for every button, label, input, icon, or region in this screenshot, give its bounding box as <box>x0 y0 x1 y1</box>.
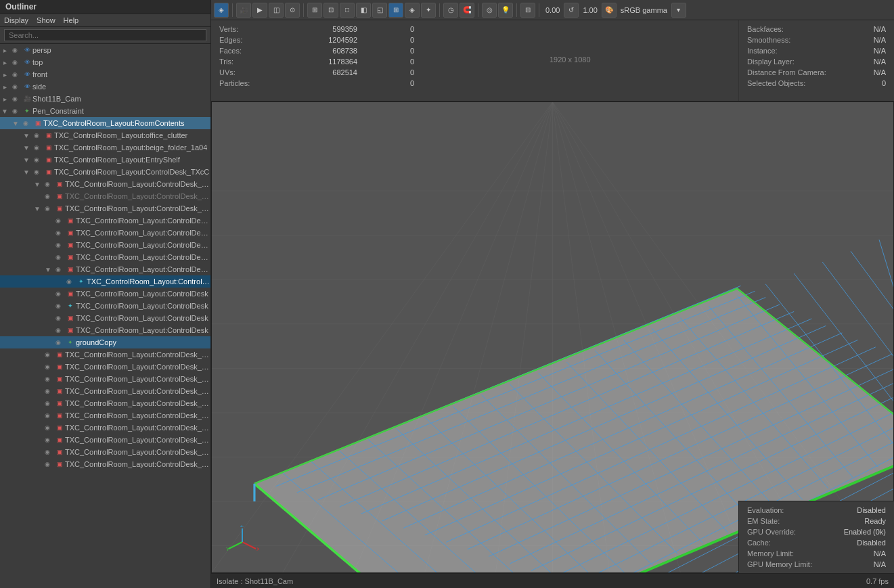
visibility-icon[interactable]: ◉ <box>53 242 64 248</box>
visibility-icon[interactable]: ◉ <box>42 193 53 200</box>
tree-item[interactable]: ◉▣TXC_ControlRoom_Layout:ControlDesk_TXc <box>0 422 210 434</box>
tree-expand-icon[interactable]: ▼ <box>22 156 31 164</box>
toolbar-light-btn[interactable]: 💡 <box>498 3 513 18</box>
tree-item[interactable]: ▸◉👁front <box>0 68 210 81</box>
visibility-icon[interactable]: ◉ <box>53 327 64 334</box>
visibility-icon[interactable]: ◉ <box>31 156 42 163</box>
visibility-icon[interactable]: ◉ <box>9 47 20 53</box>
visibility-icon[interactable]: ◉ <box>42 376 53 382</box>
tree-item[interactable]: ▼◉▣TXC_ControlRoom_Layout:beige_folder_1… <box>0 141 210 154</box>
visibility-icon[interactable]: ◉ <box>9 71 20 78</box>
visibility-icon[interactable]: ◉ <box>53 290 64 297</box>
tree-item[interactable]: ▸◉👁top <box>0 56 210 68</box>
toolbar-iso-btn[interactable]: ⊟ <box>520 3 535 18</box>
tree-item[interactable]: ▼◉▣TXC_ControlRoom_Layout:EntryShelf <box>0 154 210 166</box>
tree-item[interactable]: ◉▣TXC_ControlRoom_Layout:ControlDesk_TXc <box>0 409 210 422</box>
toolbar-colorspace-btn[interactable]: 🎨 <box>602 3 617 18</box>
tree-item[interactable]: ◉▣TXC_ControlRoom_Layout:ControlDesk <box>0 288 210 300</box>
visibility-icon[interactable]: ◉ <box>42 412 53 419</box>
toolbar-btn8[interactable]: ◧ <box>356 3 371 18</box>
toolbar-btn12[interactable]: ◷ <box>443 3 458 18</box>
tree-item[interactable]: ▸◉👁persp <box>0 44 210 56</box>
tree-item[interactable]: ◉▣TXC_ControlRoom_Layout:ControlDesk_T <box>0 251 210 263</box>
visibility-icon[interactable]: ◉ <box>42 181 53 187</box>
outliner-menu-help[interactable]: Help <box>64 16 79 24</box>
tree-item[interactable]: ▸◉👁side <box>0 81 210 93</box>
tree-item[interactable]: ◉▣TXC_ControlRoom_Layout:ControlDesk_TXc <box>0 434 210 446</box>
visibility-icon[interactable]: ◉ <box>42 363 53 370</box>
tree-item[interactable]: ◉▣TXC_ControlRoom_Layout:ControlDesk_TXc <box>0 446 210 458</box>
tree-expand-icon[interactable]: ▼ <box>43 266 53 273</box>
visibility-icon[interactable]: ◉ <box>42 424 53 431</box>
tree-expand-icon[interactable]: ▼ <box>22 132 31 139</box>
tree-item[interactable]: ▼◉▣TXC_ControlRoom_Layout:ControlDesk_TX… <box>0 202 210 214</box>
toolbar-dropdown-btn[interactable]: ▾ <box>671 3 686 18</box>
tree-expand-icon[interactable]: ▸ <box>0 95 9 103</box>
tree-expand-icon[interactable]: ▸ <box>0 59 9 66</box>
tree-expand-icon[interactable]: ▼ <box>22 168 31 176</box>
outliner-menu-display[interactable]: Display <box>4 16 28 24</box>
tree-item[interactable]: ◉▣TXC_ControlRoom_Layout:ControlDesk_T <box>0 214 210 227</box>
tree-item[interactable]: ◉▣TXC_ControlRoom_Layout:ControlDesk <box>0 324 210 336</box>
toolbar-snap-btn[interactable]: 🧲 <box>460 3 474 18</box>
toolbar-btn7[interactable]: □ <box>340 3 355 18</box>
visibility-icon[interactable]: ◉ <box>53 217 64 224</box>
visibility-icon[interactable]: ◉ <box>20 120 31 127</box>
toolbar-camera-btn[interactable]: 🎥 <box>236 3 251 18</box>
toolbar-btn5[interactable]: ⊞ <box>307 3 322 18</box>
tree-item[interactable]: ◉▣TXC_ControlRoom_Layout:ControlDesk_TXc <box>0 458 210 470</box>
tree-item[interactable]: ◉✦TXC_ControlRoom_Layout:ControlDesk <box>0 300 210 312</box>
toolbar-btn10[interactable]: ◈ <box>405 3 420 18</box>
tree-expand-icon[interactable]: ▼ <box>32 205 42 212</box>
toolbar-btn9[interactable]: ◱ <box>372 3 387 18</box>
tree-expand-icon[interactable]: ▼ <box>11 120 20 127</box>
tree-item[interactable]: ◉▣TXC_ControlRoom_Layout:ControlDesk_T <box>0 239 210 251</box>
tree-item[interactable]: ◉✦groundCopy <box>0 336 210 348</box>
tree-item[interactable]: ◉▣TXC_ControlRoom_Layout:ControlDesk_TXc <box>0 361 210 373</box>
visibility-icon[interactable]: ◉ <box>42 400 53 407</box>
toolbar-select-btn[interactable]: ◈ <box>214 3 229 18</box>
tree-item[interactable]: ▼◉✦Pen_Constraint <box>0 105 210 117</box>
tree-expand-icon[interactable]: ▼ <box>22 144 31 152</box>
visibility-icon[interactable]: ◉ <box>42 205 53 212</box>
toolbar-render-btn[interactable]: ▶ <box>252 3 267 18</box>
visibility-icon[interactable]: ◉ <box>53 254 64 261</box>
outliner-menu-show[interactable]: Show <box>37 16 55 24</box>
toolbar-shade-btn[interactable]: ◎ <box>482 3 497 18</box>
tree-item[interactable]: ◉▣TXC_ControlRoom_Layout:ControlDesk_TXc <box>0 190 210 202</box>
tree-expand-icon[interactable]: ▼ <box>32 181 42 188</box>
visibility-icon[interactable]: ◉ <box>42 388 53 394</box>
visibility-icon[interactable]: ◉ <box>53 302 64 309</box>
visibility-icon[interactable]: ◉ <box>9 59 20 66</box>
tree-item[interactable]: ▼◉▣TXC_ControlRoom_Layout:ControlDesk_TX… <box>0 166 210 178</box>
tree-item[interactable]: ◉▣TXC_ControlRoom_Layout:ControlDesk_T <box>0 227 210 239</box>
visibility-icon[interactable]: ◉ <box>53 339 64 346</box>
tree-item[interactable]: ◉▣TXC_ControlRoom_Layout:ControlDesk_TXc <box>0 348 210 361</box>
outliner-tree[interactable]: ▸◉👁persp▸◉👁top▸◉👁front▸◉👁side▸◉🎥Shot11B_… <box>0 44 210 588</box>
visibility-icon[interactable]: ◉ <box>53 315 64 321</box>
tree-item[interactable]: ▼◉▣TXC_ControlRoom_Layout:ControlDesk_T <box>0 263 210 275</box>
visibility-icon[interactable]: ◉ <box>42 461 53 468</box>
tree-item[interactable]: ▼◉▣TXC_ControlRoom_Layout:ControlDesk_TX… <box>0 178 210 190</box>
tree-item[interactable]: ◉▣TXC_ControlRoom_Layout:ControlDesk <box>0 312 210 324</box>
visibility-icon[interactable]: ◉ <box>42 351 53 358</box>
tree-item[interactable]: ◉▣TXC_ControlRoom_Layout:ControlDesk_TXc <box>0 373 210 385</box>
visibility-icon[interactable]: ◉ <box>9 95 20 102</box>
toolbar-btn11[interactable]: ✦ <box>421 3 436 18</box>
tree-item[interactable]: ◉▣TXC_ControlRoom_Layout:ControlDesk_TXc <box>0 397 210 409</box>
visibility-icon[interactable]: ◉ <box>31 132 42 139</box>
visibility-icon[interactable]: ◉ <box>9 108 20 114</box>
tree-expand-icon[interactable]: ▸ <box>0 83 9 91</box>
visibility-icon[interactable]: ◉ <box>9 83 20 90</box>
tree-expand-icon[interactable]: ▸ <box>0 71 9 78</box>
tree-item[interactable]: ◉▣TXC_ControlRoom_Layout:ControlDesk_TXc <box>0 385 210 397</box>
toolbar-btn6[interactable]: ⊡ <box>323 3 338 18</box>
tree-item[interactable]: ▸◉🎥Shot11B_Cam <box>0 93 210 105</box>
tree-item[interactable]: ◉✦TXC_ControlRoom_Layout:ControlDesk <box>0 275 210 288</box>
visibility-icon[interactable]: ◉ <box>64 278 74 285</box>
search-input[interactable] <box>4 29 206 41</box>
visibility-icon[interactable]: ◉ <box>53 229 64 236</box>
toolbar-wire-btn[interactable]: ⊞ <box>388 3 403 18</box>
toolbar-btn3[interactable]: ◫ <box>269 3 284 18</box>
toolbar-btn4[interactable]: ⊙ <box>285 3 300 18</box>
